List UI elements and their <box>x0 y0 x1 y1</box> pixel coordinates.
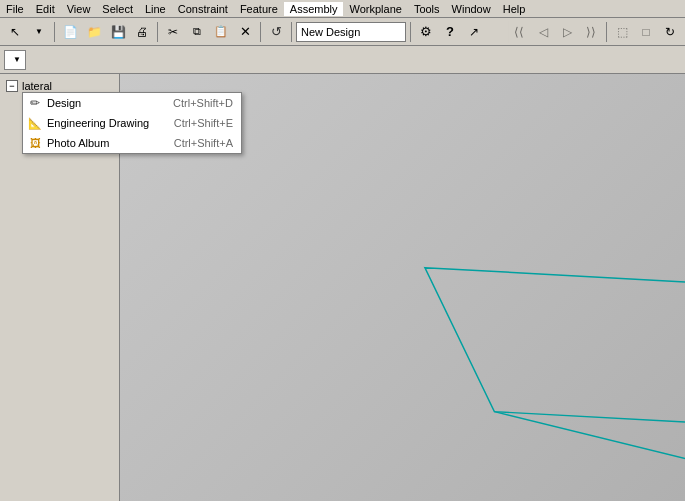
print-btn[interactable]: 🖨 <box>131 21 153 43</box>
question-btn[interactable]: ? <box>439 21 461 43</box>
design-label: Design <box>47 97 165 109</box>
dropdown-item-photo-album[interactable]: 🖼 Photo Album Ctrl+Shift+A <box>23 133 241 153</box>
nav-icon1: ⟨⟨ <box>514 25 524 39</box>
menubar: File Edit View Select Line Constraint Fe… <box>0 0 685 18</box>
photo-album-shortcut: Ctrl+Shift+A <box>174 137 233 149</box>
menu-feature[interactable]: Feature <box>234 2 284 16</box>
toolbar-primary: ↖ ▼ 📄 📁 💾 🖨 ✂ ⧉ 📋 ✕ ↺ New Design ⚙ ? ↗ <box>0 18 685 46</box>
svg-line-1 <box>494 412 685 482</box>
separator-3 <box>260 22 261 42</box>
help2-btn[interactable]: ↗ <box>463 21 485 43</box>
new-design-label: New Design <box>301 26 360 38</box>
eng-drawing-icon: 📐 <box>27 115 43 131</box>
separator-6 <box>606 22 607 42</box>
question-icon: ? <box>446 24 454 39</box>
svg-marker-0 <box>425 268 685 427</box>
delete-icon: ✕ <box>240 24 251 39</box>
new-design-field[interactable]: New Design <box>296 22 406 42</box>
new-icon: 📄 <box>63 25 78 39</box>
design-icon: ✏ <box>27 95 43 111</box>
menu-assembly[interactable]: Assembly <box>284 2 344 16</box>
zoom-btn[interactable]: ⬚ <box>611 21 633 43</box>
nav-btn1[interactable]: ⟨⟨ <box>508 21 530 43</box>
refresh-icon: ↻ <box>665 25 675 39</box>
eng-drawing-label: Engineering Drawing <box>47 117 166 129</box>
refresh-btn[interactable]: ↻ <box>659 21 681 43</box>
open-icon: 📁 <box>87 25 102 39</box>
type-dropdown-arrow: ▼ <box>13 55 21 64</box>
sidebar-item-label: lateral <box>22 80 52 92</box>
zoom2-icon: □ <box>642 25 649 39</box>
delete-btn[interactable]: ✕ <box>234 21 256 43</box>
cut-btn[interactable]: ✂ <box>162 21 184 43</box>
zoom-icon: ⬚ <box>617 25 628 39</box>
separator-4 <box>291 22 292 42</box>
zoom2-btn[interactable]: □ <box>635 21 657 43</box>
cursor-icon: ↖ <box>10 25 20 39</box>
new-btn[interactable]: 📄 <box>59 21 81 43</box>
save-icon: 💾 <box>111 25 126 39</box>
dropdown-arrow-icon: ▼ <box>35 27 43 36</box>
photo-album-label: Photo Album <box>47 137 166 149</box>
save-btn[interactable]: 💾 <box>107 21 129 43</box>
menu-help[interactable]: Help <box>497 2 532 16</box>
dropdown-item-eng-drawing[interactable]: 📐 Engineering Drawing Ctrl+Shift+E <box>23 113 241 133</box>
undo-icon: ↺ <box>271 24 282 39</box>
nav-btn4[interactable]: ⟩⟩ <box>580 21 602 43</box>
menu-select[interactable]: Select <box>96 2 139 16</box>
separator-5 <box>410 22 411 42</box>
paste-icon: 📋 <box>214 25 228 38</box>
eng-drawing-shortcut: Ctrl+Shift+E <box>174 117 233 129</box>
help2-icon: ↗ <box>469 25 479 39</box>
menu-view[interactable]: View <box>61 2 97 16</box>
menu-line[interactable]: Line <box>139 2 172 16</box>
menu-workplane[interactable]: Workplane <box>343 2 407 16</box>
nav-icon4: ⟩⟩ <box>586 25 596 39</box>
settings-btn[interactable]: ⚙ <box>415 21 437 43</box>
paste-btn[interactable]: 📋 <box>210 21 232 43</box>
copy-icon: ⧉ <box>193 25 201 38</box>
undo-btn[interactable]: ↺ <box>265 21 287 43</box>
nav-icon2: ◁ <box>539 25 548 39</box>
design-shortcut: Ctrl+Shift+D <box>173 97 233 109</box>
nav-btn2[interactable]: ◁ <box>532 21 554 43</box>
type-dropdown[interactable]: ▼ <box>4 50 26 70</box>
photo-album-icon: 🖼 <box>27 135 43 151</box>
cut-icon: ✂ <box>168 25 178 39</box>
copy-btn[interactable]: ⧉ <box>186 21 208 43</box>
separator-1 <box>54 22 55 42</box>
menu-file[interactable]: File <box>0 2 30 16</box>
nav-btn3[interactable]: ▷ <box>556 21 578 43</box>
menu-edit[interactable]: Edit <box>30 2 61 16</box>
assembly-dropdown-menu: ✏ Design Ctrl+Shift+D 📐 Engineering Draw… <box>22 92 242 154</box>
tree-node-icon: − <box>6 80 18 92</box>
main-area: − lateral ✏ Design Ctrl+Shift+D 📐 Engine… <box>0 74 685 501</box>
open-btn[interactable]: 📁 <box>83 21 105 43</box>
nav-icon3: ▷ <box>563 25 572 39</box>
menu-window[interactable]: Window <box>446 2 497 16</box>
menu-tools[interactable]: Tools <box>408 2 446 16</box>
dropdown-item-design[interactable]: ✏ Design Ctrl+Shift+D <box>23 93 241 113</box>
cursor-tool-btn[interactable]: ↖ <box>4 21 26 43</box>
print-icon: 🖨 <box>136 25 148 39</box>
settings-icon: ⚙ <box>420 24 432 39</box>
separator-2 <box>157 22 158 42</box>
menu-constraint[interactable]: Constraint <box>172 2 234 16</box>
dropdown-arrow-btn[interactable]: ▼ <box>28 21 50 43</box>
toolbar-secondary: ▼ <box>0 46 685 74</box>
